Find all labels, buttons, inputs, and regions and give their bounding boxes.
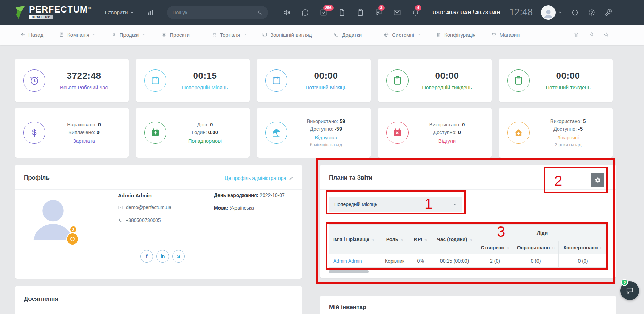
menu-company[interactable]: Компанія [59,32,96,38]
stat-label[interactable]: Попередній Місяць [169,84,241,90]
stat-label[interactable]: Поточний тиждень [532,84,604,90]
create-menu-button[interactable]: Створити [105,9,134,15]
stat-label[interactable]: Поточний Місяць [290,84,362,90]
horizontal-scrollbar-thumb[interactable] [329,270,369,273]
search-icon [257,10,263,15]
achievements-title: Досягнення [24,296,58,303]
facebook-icon[interactable]: f [140,250,153,263]
documents-icon[interactable] [338,8,346,17]
col-header-role[interactable]: Роль↑↓ [380,225,409,254]
star-icon[interactable] [603,32,609,38]
skype-icon[interactable]: S [172,250,185,263]
menu-configuration[interactable]: Конфігурація [436,32,476,38]
sliders-icon [436,32,441,38]
menu-addons[interactable]: Додатки [334,32,368,38]
tools-wrench-icon[interactable] [604,9,612,16]
stack-layers-icon[interactable] [573,32,579,38]
chevron-down-icon [365,33,368,36]
copy-icon [334,32,339,38]
days-off-link[interactable]: Відгули [411,137,483,145]
divider [320,189,616,190]
menubar-right-icons [573,32,609,38]
arrow-left-icon [20,32,26,38]
clipboard-icon[interactable] [356,8,364,17]
stat-label[interactable]: Всього Робочий час [48,84,120,90]
sound-icon[interactable] [283,8,291,17]
flame-icon[interactable] [588,32,594,38]
sort-icon: ↑↓ [600,246,602,250]
plans-title: Плани та Звіти [329,174,372,181]
comments-icon[interactable]: 3 [375,8,383,17]
sick-leave-link[interactable]: Лікарняні [532,134,604,141]
profile-card: Профіль Це профіль адміністратора 3 Admi… [15,165,302,279]
stat-line: Днів: 0 [169,121,241,129]
user-menu-chevron-icon[interactable] [558,10,562,14]
brand-name: PERFECTUM® [29,5,92,14]
menu-system[interactable]: Системні [384,32,420,38]
tasks-icon[interactable]: 256 [319,8,328,17]
chat-bubble-icon [625,286,634,295]
stat-value: 00:00 [532,71,604,81]
stat-line: Доступно: 0 [411,129,483,136]
user-avatar[interactable] [541,5,556,20]
stat-card-prev-week: 00:00 Попередній тиждень [378,59,492,102]
col-header-time[interactable]: Час (години)↑↓ [432,225,477,254]
brand-reg-mark: ® [88,6,92,10]
notifications-bell-icon[interactable]: 4 [411,8,420,17]
help-icon[interactable] [588,9,595,16]
settings-gear-button[interactable] [591,173,604,187]
menu-appearance[interactable]: Зовнішній вигляд [262,32,318,38]
vacation-link[interactable]: Відпустка [290,134,362,141]
main-menubar: Назад Компанія Продажі Проекти Торгівля … [0,25,644,45]
overtime-link[interactable]: Понаднормові [169,137,241,145]
calendar-x-icon [386,122,409,144]
chat-unread-badge: 0 [621,279,628,286]
col-header-processed[interactable]: Опрацьовано↑↓ [513,241,559,254]
chat-icon[interactable] [301,8,309,17]
perfectum-logo[interactable]: PERFECTUM® CRM+ERP [14,5,92,19]
stat-value: 00:00 [290,71,362,81]
pencil-edit-icon[interactable] [289,176,294,181]
plans-reports-card: Плани та Звіти Попередній Місяць Ім'я і … [320,165,616,278]
admin-profile-link[interactable]: Це профіль адміністратора [225,175,294,181]
menu-store[interactable]: Магазин [491,32,520,38]
cell-leads-created: 2 (0) [477,254,513,268]
search-input[interactable] [172,9,257,16]
brand-subtitle: CRM+ERP [29,15,53,19]
mail-icon[interactable] [393,8,401,17]
col-header-name[interactable]: Ім'я і Прізвище↑↓ [329,225,380,254]
profile-phone[interactable]: +380500730005 [126,217,161,223]
col-header-created[interactable]: Створено↑↓ [477,241,513,254]
inventory-title: Мій інвентар [329,304,366,311]
employee-name-link[interactable]: Admin Admin [333,258,362,264]
reports-chart-icon[interactable] [146,8,154,16]
menu-sales[interactable]: Продажі [111,32,146,38]
profile-name: Admin Admin [118,192,152,198]
stat-label[interactable]: Попередній тиждень [411,84,483,90]
sort-icon: ↑↓ [552,246,555,250]
salary-link[interactable]: Зарплата [48,137,120,145]
globe-icon [384,32,389,38]
alarm-clock-icon [23,69,45,92]
linkedin-icon[interactable]: in [156,250,169,263]
menu-projects[interactable]: Проекти [161,32,196,38]
period-select[interactable]: Попередній Місяць [329,197,462,212]
cell-leads-converted: 0 (0) [559,254,608,268]
stat-line: Використано: 5 [532,117,604,125]
col-header-kpi[interactable]: KPI↑↓ [409,225,432,254]
menu-trade[interactable]: Торгівля [212,32,246,38]
chat-widget-button[interactable]: 0 [620,281,639,300]
sick-leave-note: 2 роки назад [532,141,604,148]
stat-line: Доступно: -59 [290,125,362,133]
profile-email[interactable]: demo@perfectum.ua [126,205,171,210]
logout-power-icon[interactable] [571,9,579,16]
chevron-down-icon [315,33,318,36]
menu-back[interactable]: Назад [20,32,43,38]
achievements-card: Досягнення [15,286,302,314]
col-header-converted[interactable]: Конвертовано↑↓ [559,241,608,254]
cell-kpi: 0% [409,254,432,268]
layers-icon [161,32,167,38]
profile-phone-row: +380500730005 [118,217,161,223]
heart-badge-icon [66,233,79,245]
search-box[interactable] [167,6,268,19]
